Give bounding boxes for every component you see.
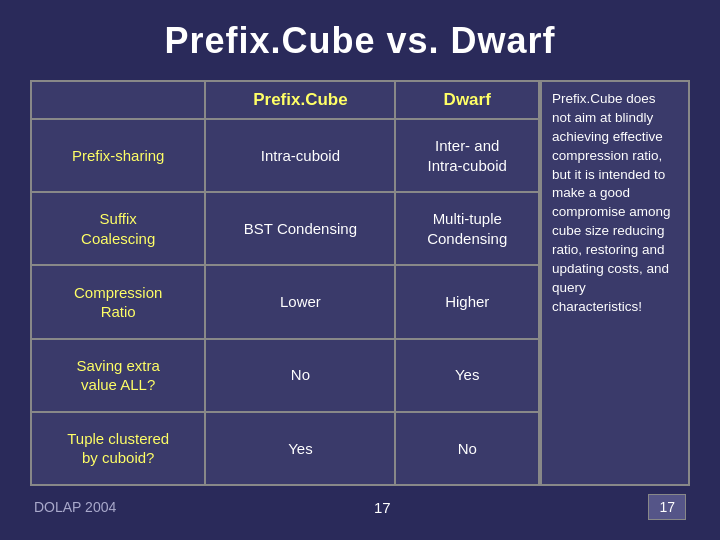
row-col1-3: Lower <box>205 265 395 338</box>
row-col1-5: Yes <box>205 412 395 485</box>
footer: DOLAP 2004 17 17 <box>30 494 690 520</box>
header-empty <box>31 81 205 119</box>
row-col1-2: BST Condensing <box>205 192 395 265</box>
footer-page-box: 17 <box>648 494 686 520</box>
row-label-3: CompressionRatio <box>31 265 205 338</box>
row-label-5: Tuple clusteredby cuboid? <box>31 412 205 485</box>
row-col2-4: Yes <box>395 339 539 412</box>
side-note: Prefix.Cube does not aim at blindly achi… <box>540 80 690 486</box>
comparison-table: Prefix.Cube Dwarf Prefix-sharing Intra-c… <box>30 80 540 486</box>
row-col2-5: No <box>395 412 539 485</box>
header-prefixcube: Prefix.Cube <box>205 81 395 119</box>
row-col1-4: No <box>205 339 395 412</box>
row-label-4: Saving extravalue ALL? <box>31 339 205 412</box>
table-row: Saving extravalue ALL? No Yes <box>31 339 539 412</box>
row-col2-3: Higher <box>395 265 539 338</box>
table-row: Prefix-sharing Intra-cuboid Inter- andIn… <box>31 119 539 192</box>
slide: Prefix.Cube vs. Dwarf Prefix.Cube Dwarf … <box>0 0 720 540</box>
row-col2-1: Inter- andIntra-cuboid <box>395 119 539 192</box>
footer-label: DOLAP 2004 <box>34 499 116 515</box>
table-row: Tuple clusteredby cuboid? Yes No <box>31 412 539 485</box>
footer-page: 17 <box>374 499 391 516</box>
slide-title: Prefix.Cube vs. Dwarf <box>30 20 690 62</box>
row-col2-2: Multi-tupleCondensing <box>395 192 539 265</box>
table-row: SuffixCoalescing BST Condensing Multi-tu… <box>31 192 539 265</box>
table-row: CompressionRatio Lower Higher <box>31 265 539 338</box>
row-label-2: SuffixCoalescing <box>31 192 205 265</box>
header-dwarf: Dwarf <box>395 81 539 119</box>
row-col1-1: Intra-cuboid <box>205 119 395 192</box>
row-label-1: Prefix-sharing <box>31 119 205 192</box>
content-area: Prefix.Cube Dwarf Prefix-sharing Intra-c… <box>30 80 690 486</box>
